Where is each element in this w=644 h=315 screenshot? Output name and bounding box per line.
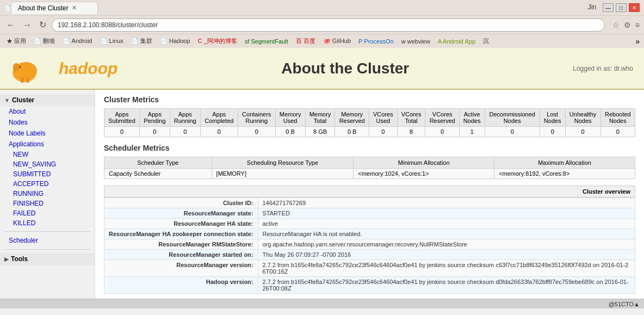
th-active-nodes: ActiveNodes [459, 109, 485, 127]
bookmark-processon[interactable]: P ProcessOn [356, 38, 396, 45]
bookmark-fanqiang[interactable]: 📄 翻墙 [32, 36, 57, 46]
td-lost-nodes[interactable]: 0 [540, 127, 565, 137]
browser-tab[interactable]: About the Cluster ✕ [11, 2, 98, 14]
sidebar-link-killed[interactable]: KILLED [0, 218, 95, 228]
sidebar: ▼ Cluster About Nodes Node Labels Applic… [0, 90, 95, 299]
td-memory-reserved: 0 B [335, 127, 369, 137]
sidebar-cluster-section: ▼ Cluster About Nodes Node Labels Applic… [0, 94, 95, 246]
cluster-overview-header: Cluster overview [104, 186, 635, 197]
bookmarks-more[interactable]: » [635, 37, 640, 46]
tab-close-icon[interactable]: ✕ [72, 4, 77, 11]
sidebar-tools-header[interactable]: ▶ Tools [0, 253, 95, 265]
sidebar-tools-label: Tools [11, 255, 28, 263]
bookmark-cluster[interactable]: 📄 集群 [129, 36, 154, 46]
minimize-button[interactable]: — [603, 3, 614, 12]
info-value-rmversion: 2.7.2 from b165c4fe8a74265c792ce23f546c6… [258, 260, 635, 277]
td-apps-submitted[interactable]: 0 [104, 127, 140, 137]
info-value-hastate: active [258, 219, 635, 229]
td-vcores-used: 0 [369, 127, 397, 137]
bookmark-apps[interactable]: ★ 应用 [4, 36, 28, 46]
th-unhealthy-nodes: UnhealthyNodes [565, 109, 600, 127]
sidebar-link-newsaving[interactable]: NEW_SAVING [0, 159, 95, 169]
profile-icon[interactable]: ⚙ [624, 21, 631, 29]
sidebar-link-accepted[interactable]: ACCEPTED [0, 179, 95, 189]
td-apps-pending[interactable]: 0 [140, 127, 170, 137]
th-memory-reserved: MemoryReserved [335, 109, 369, 127]
td-decommissioned-nodes[interactable]: 0 [485, 127, 540, 137]
td-memory-used: 0 B [275, 127, 305, 137]
sidebar-link-scheduler[interactable]: Scheduler [0, 235, 95, 246]
th-apps-completed: AppsCompleted [200, 109, 238, 127]
status-bar: @51CTO▲ [0, 299, 644, 308]
scheduler-metrics-table: Scheduler Type Scheduling Resource Type … [104, 157, 635, 179]
th-memory-used: MemoryUsed [275, 109, 305, 127]
td-scheduling-resource-type: [MEMORY] [212, 169, 354, 179]
td-apps-completed[interactable]: 0 [200, 127, 238, 137]
info-row-hastate: ResourceManager HA state: active [104, 219, 635, 229]
info-label-hadoopversion: Hadoop version: [104, 277, 258, 294]
td-rebooted-nodes[interactable]: 0 [600, 127, 635, 137]
bookmark-androidapp[interactable]: A Android App [436, 38, 478, 45]
page-title: About the Cluster [281, 60, 409, 77]
browser-chrome: 📄 About the Cluster ✕ Jin — □ ✕ ← → ↻ 19… [0, 0, 644, 48]
refresh-button[interactable]: ↻ [37, 18, 48, 31]
info-label-rmstate: ResourceManager state: [104, 208, 258, 219]
sidebar-cluster-header[interactable]: ▼ Cluster [0, 94, 95, 106]
sidebar-link-applications[interactable]: Applications [0, 139, 95, 150]
bookmark-icon[interactable]: ☆ [612, 21, 620, 29]
svg-rect-6 [21, 77, 24, 83]
info-row-hadoopversion: Hadoop version: 2.7.2 from b165c4fe8a742… [104, 277, 635, 294]
th-vcores-reserved: VCoresReserved [425, 109, 460, 127]
td-vcores-total: 8 [397, 127, 425, 137]
back-button[interactable]: ← [4, 19, 17, 31]
info-row-clusterid: Cluster ID: 1464271767269 [104, 198, 635, 208]
sidebar-link-nodes[interactable]: Nodes [0, 117, 95, 128]
bookmark-baidu[interactable]: 百 百度 [294, 36, 318, 46]
info-label-clusterid: Cluster ID: [104, 198, 258, 208]
td-unhealthy-nodes[interactable]: 0 [565, 127, 600, 137]
page-title-container: About the Cluster [281, 60, 409, 77]
close-button[interactable]: ✕ [629, 3, 640, 12]
cluster-info-table: Cluster ID: 1464271767269 ResourceManage… [104, 197, 635, 294]
sidebar-link-running[interactable]: RUNNING [0, 189, 95, 199]
info-value-clusterid: 1464271767269 [258, 198, 635, 208]
td-containers-running[interactable]: 0 [238, 127, 275, 137]
td-vcores-reserved: 0 [425, 127, 460, 137]
forward-button[interactable]: → [21, 19, 34, 31]
maximize-button[interactable]: □ [616, 3, 627, 12]
sidebar-link-submitted[interactable]: SUBMITTED [0, 169, 95, 179]
th-memory-total: MemoryTotal [305, 109, 335, 127]
address-bar[interactable]: 192.168.2.100:8088/cluster/cluster [52, 18, 605, 32]
sidebar-divider [4, 231, 90, 232]
page-header: hadoop About the Cluster Logged in as: d… [0, 48, 644, 90]
th-scheduler-type: Scheduler Type [104, 157, 212, 169]
td-apps-running[interactable]: 0 [170, 127, 200, 137]
bookmark-linux[interactable]: 📄 Linux [98, 37, 126, 45]
th-apps-submitted: AppsSubmitted [104, 109, 140, 127]
sidebar-link-failed[interactable]: FAILED [0, 208, 95, 218]
th-apps-running: AppsRunning [170, 109, 200, 127]
th-lost-nodes: LostNodes [540, 109, 565, 127]
bookmark-blog[interactable]: C _阿坤的博客 [196, 36, 239, 46]
th-minimum-allocation: Minimum Allocation [354, 157, 494, 169]
sidebar-link-finished[interactable]: FINISHED [0, 199, 95, 208]
sidebar-link-nodelabels[interactable]: Node Labels [0, 128, 95, 139]
info-row-zookeeper: ResourceManager HA zookeeper connection … [104, 229, 635, 239]
nav-bar: ← → ↻ 192.168.2.100:8088/cluster/cluster… [0, 15, 644, 34]
bookmark-github[interactable]: 🐙 GitHub [321, 37, 353, 45]
sidebar-link-new[interactable]: NEW [0, 150, 95, 159]
bookmarks-bar: ★ 应用 📄 翻墙 📄 Android 📄 Linux 📄 集群 📄 Hadoo… [0, 34, 644, 48]
bookmark-android[interactable]: 📄 Android [60, 37, 94, 45]
menu-icon[interactable]: ≡ [635, 21, 640, 29]
window-controls: Jin — □ ✕ [588, 3, 640, 12]
bookmark-webview[interactable]: w webview [399, 38, 432, 45]
bookmark-hadoop[interactable]: 📄 Hadoop [158, 37, 193, 45]
th-decommissioned-nodes: DecommissionedNodes [485, 109, 540, 127]
title-bar: 📄 About the Cluster ✕ Jin — □ ✕ [0, 0, 644, 15]
bookmark-segmentfault[interactable]: sf SegmentFault [243, 38, 290, 45]
sidebar-link-about[interactable]: About [0, 106, 95, 117]
bookmark-extra[interactable]: 沉 [481, 36, 491, 46]
td-active-nodes[interactable]: 1 [459, 127, 485, 137]
login-info: Logged in as: dr.who [573, 64, 633, 73]
sidebar-cluster-label: Cluster [12, 96, 34, 104]
